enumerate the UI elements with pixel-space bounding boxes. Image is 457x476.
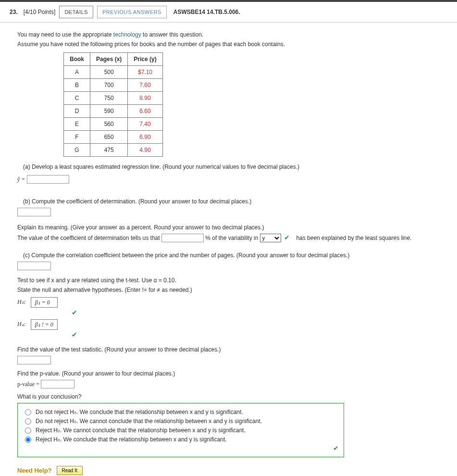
find-pvalue-text: Find the p-value. (Round your answer to … — [17, 370, 440, 377]
data-table: Book Pages (x) Price (y) A500$7.10 B7007… — [63, 52, 163, 157]
part-a-label: (a) — [23, 163, 30, 170]
cell-book: E — [64, 118, 90, 131]
cell-book: F — [64, 131, 90, 144]
cell-pages: 750 — [90, 92, 128, 105]
radio-option-1[interactable] — [25, 409, 31, 415]
yhat-label: ŷ = — [17, 176, 25, 183]
part-b-text: Compute the coefficient of determination… — [32, 198, 251, 205]
question-content: You may need to use the appropriate tech… — [0, 23, 457, 476]
table-row: G4754.90 — [64, 144, 163, 157]
sentence-mid: % of the variability in — [205, 235, 259, 241]
part-a-text: Develop a least squares estimated regres… — [32, 163, 299, 170]
h0-input[interactable]: β₁ = 0 — [31, 297, 58, 308]
radio-option-3[interactable] — [25, 427, 31, 434]
pvalue-input[interactable] — [41, 380, 74, 388]
cell-pages: 500 — [90, 66, 128, 79]
part-a-input-row: ŷ = — [17, 175, 440, 184]
regression-input[interactable] — [27, 175, 69, 184]
intro-post: to answer this question. — [141, 31, 203, 38]
correlation-input[interactable] — [17, 262, 51, 270]
sentence-post: has been explained by the least squares … — [295, 235, 412, 241]
pvalue-label: p-value = — [17, 381, 39, 388]
cell-book: C — [64, 92, 90, 105]
conclusion-box: Do not reject H₀. We conclude that the r… — [17, 403, 344, 457]
conclusion-option[interactable]: Reject H₀. We conclude that the relation… — [23, 436, 339, 443]
col-price: Price (y) — [128, 53, 162, 66]
ttest-text: Test to see if x and y are related using… — [17, 277, 440, 284]
conclusion-option[interactable]: Reject H₀. We cannot conclude that the r… — [23, 427, 339, 434]
cell-book: B — [64, 79, 90, 92]
table-row: E5607.40 — [64, 118, 163, 131]
previous-answers-button[interactable]: PREVIOUS ANSWERS — [97, 6, 167, 18]
check-icon: ✔ — [72, 331, 77, 338]
table-row: F6506.90 — [64, 131, 163, 144]
radio-option-4[interactable] — [25, 437, 31, 443]
col-pages: Pages (x) — [90, 53, 128, 66]
sentence-pre: The value of the coefficient of determin… — [17, 235, 161, 241]
cell-price: 8.90 — [128, 92, 162, 105]
cell-pages: 700 — [90, 79, 128, 92]
col-book: Book — [64, 53, 90, 66]
cell-price: 7.60 — [128, 79, 162, 92]
ha-label: Hₐ: — [17, 321, 26, 327]
cell-pages: 475 — [90, 144, 128, 157]
points-label: [4/10 Points] — [24, 9, 56, 15]
cell-pages: 650 — [90, 131, 128, 144]
conclusion-option[interactable]: Do not reject H₀. We cannot conclude tha… — [23, 418, 339, 425]
option-text: Do not reject H₀. We conclude that the r… — [36, 409, 243, 415]
table-row: C7508.90 — [64, 92, 163, 105]
cell-pages: 590 — [90, 105, 128, 118]
part-c-text: Compute the correlation coefficient betw… — [31, 252, 349, 259]
check-icon: ✔ — [72, 309, 77, 316]
table-row: D5906.60 — [64, 105, 163, 118]
cell-book: G — [64, 144, 90, 157]
read-it-button[interactable]: Read It — [57, 466, 83, 475]
h0-label: H₀: — [17, 299, 26, 305]
intro-line-1: You may need to use the appropriate tech… — [17, 31, 440, 38]
percent-input[interactable] — [161, 234, 204, 242]
find-stat-text: Find the value of the test statistic. (R… — [17, 346, 440, 353]
cell-pages: 560 — [90, 118, 128, 131]
cell-book: D — [64, 105, 90, 118]
hypothesis-instructions: State the null and alternative hypothese… — [17, 287, 440, 293]
part-c-label: (c) — [23, 252, 30, 259]
cell-price: $7.10 — [128, 66, 162, 79]
part-b-label: (b) — [23, 198, 30, 205]
variable-select[interactable]: y — [260, 234, 281, 242]
ha-input[interactable]: β₁ ! = 0 — [31, 319, 58, 330]
explain-sentence: The value of the coefficient of determin… — [17, 234, 440, 242]
cell-price: 4.90 — [128, 144, 162, 157]
explain-text: Explain its meaning. (Give your answer a… — [17, 224, 440, 231]
part-b: (b) Compute the coefficient of determina… — [17, 198, 440, 242]
table-row: A500$7.10 — [64, 66, 163, 79]
ha-row: Hₐ: β₁ ! = 0 ✔ — [17, 319, 440, 338]
intro-pre: You may need to use the appropriate — [17, 31, 113, 38]
details-button[interactable]: DETAILS — [59, 6, 93, 18]
intro-line-2: Assume you have noted the following pric… — [17, 41, 440, 48]
radio-option-2[interactable] — [25, 418, 31, 425]
technology-link[interactable]: technology — [113, 31, 141, 38]
cell-price: 6.60 — [128, 105, 162, 118]
question-number: 23. — [10, 9, 18, 15]
option-text: Reject H₀. We cannot conclude that the r… — [36, 427, 246, 434]
table-header-row: Book Pages (x) Price (y) — [64, 53, 163, 66]
test-statistic-input[interactable] — [17, 356, 51, 364]
cell-book: A — [64, 66, 90, 79]
option-text: Reject H₀. We conclude that the relation… — [36, 436, 227, 443]
question-header: 23. [4/10 Points] DETAILS PREVIOUS ANSWE… — [0, 2, 457, 23]
option-text: Do not reject H₀. We cannot conclude tha… — [36, 418, 262, 425]
part-a: (a) Develop a least squares estimated re… — [17, 163, 440, 184]
r2-input[interactable] — [17, 208, 51, 216]
part-c: (c) Compute the correlation coefficient … — [17, 252, 440, 475]
check-icon: ✔ — [23, 444, 339, 452]
need-help-label: Need Help? — [17, 467, 52, 474]
cell-price: 7.40 — [128, 118, 162, 131]
conclusion-option[interactable]: Do not reject H₀. We conclude that the r… — [23, 409, 339, 415]
conclusion-question: What is your conclusion? — [17, 393, 440, 400]
table-row: B7007.60 — [64, 79, 163, 92]
need-help-row: Need Help? Read It — [17, 466, 440, 475]
question-id: ASWSBE14 14.TB.5.006. — [173, 9, 240, 15]
cell-price: 6.90 — [128, 131, 162, 144]
check-icon: ✔ — [284, 234, 290, 241]
h0-row: H₀: β₁ = 0 ✔ — [17, 297, 440, 316]
